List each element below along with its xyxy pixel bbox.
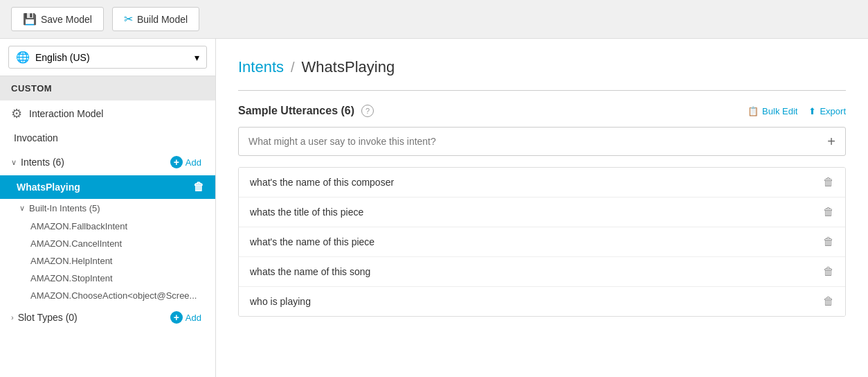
gear-icon: ⚙ xyxy=(11,106,22,121)
breadcrumb-current: WhatsPlaying xyxy=(302,58,395,76)
breadcrumb-divider xyxy=(238,90,846,91)
add-intent-button[interactable]: + Add xyxy=(168,155,204,170)
section-title-row: Sample Utterances (6) ? 📋 Bulk Edit ⬆ Ex… xyxy=(238,105,846,117)
bulk-edit-label: Bulk Edit xyxy=(762,106,797,116)
bulk-edit-icon: 📋 xyxy=(748,106,759,116)
export-button[interactable]: ⬆ Export xyxy=(808,106,846,116)
delete-utterance-icon[interactable]: 🗑 xyxy=(823,176,834,188)
build-model-label: Build Model xyxy=(137,14,188,25)
language-selector[interactable]: 🌐 English (US) ▾ xyxy=(0,39,215,76)
slot-types-label: Slot Types (0) xyxy=(18,312,78,323)
chevron-expand-icon: ∨ xyxy=(19,204,25,213)
section-title-right: 📋 Bulk Edit ⬆ Export xyxy=(748,106,846,116)
delete-intent-icon[interactable]: 🗑 xyxy=(193,181,204,193)
built-in-intents-label: Built-In Intents (5) xyxy=(29,203,100,213)
save-model-button[interactable]: 💾 Save Model xyxy=(11,7,104,31)
invocation-label: Invocation xyxy=(14,132,58,143)
utterance-input-row[interactable]: + xyxy=(238,127,846,156)
custom-section-header: CUSTOM xyxy=(0,76,215,100)
chevron-slot-icon: › xyxy=(11,313,14,322)
utterance-row: who is playing🗑 xyxy=(239,287,845,316)
language-dropdown[interactable]: 🌐 English (US) ▾ xyxy=(8,46,207,69)
breadcrumb-intents-link[interactable]: Intents xyxy=(238,58,284,76)
built-in-intents-header[interactable]: ∨ Built-In Intents (5) xyxy=(6,199,215,218)
delete-utterance-icon[interactable]: 🗑 xyxy=(823,236,834,248)
intents-label: Intents (6) xyxy=(21,157,64,168)
sidebar-slot-types-row[interactable]: › Slot Types (0) + Add xyxy=(0,304,215,331)
built-in-intent-item[interactable]: AMAZON.HelpIntent xyxy=(6,252,215,270)
add-intent-circle-icon: + xyxy=(170,156,183,168)
built-in-intent-item[interactable]: AMAZON.CancelIntent xyxy=(6,235,215,252)
interaction-model-label: Interaction Model xyxy=(29,108,103,119)
whatsplaying-label: WhatsPlaying xyxy=(17,182,80,193)
add-intent-label: Add xyxy=(186,157,201,168)
add-utterance-button[interactable]: + xyxy=(827,134,835,148)
add-slot-type-button[interactable]: + Add xyxy=(168,310,204,325)
utterance-text: who is playing xyxy=(250,296,311,307)
add-slot-label: Add xyxy=(186,313,201,323)
chevron-collapse-icon: ∨ xyxy=(11,158,17,167)
globe-icon: 🌐 xyxy=(16,51,30,64)
help-icon[interactable]: ? xyxy=(361,105,374,117)
built-in-intents-list: AMAZON.FallbackIntentAMAZON.CancelIntent… xyxy=(6,218,215,304)
sidebar-item-invocation[interactable]: Invocation xyxy=(0,127,215,149)
utterance-row: whats the name of this song🗑 xyxy=(239,257,845,287)
utterance-row: what's the name of this piece🗑 xyxy=(239,227,845,257)
sidebar-item-whatsplaying[interactable]: WhatsPlaying 🗑 xyxy=(0,175,215,199)
language-value: English (US) xyxy=(35,52,90,63)
utterance-text: whats the name of this song xyxy=(250,266,370,277)
utterance-text: what's the name of this piece xyxy=(250,236,374,247)
built-in-intents-section: ∨ Built-In Intents (5) AMAZON.FallbackIn… xyxy=(0,199,215,304)
built-in-intent-item[interactable]: AMAZON.StopIntent xyxy=(6,270,215,287)
chevron-down-icon: ▾ xyxy=(195,52,199,63)
utterance-input[interactable] xyxy=(248,136,827,147)
utterance-row: whats the title of this piece🗑 xyxy=(239,198,845,227)
question-mark: ? xyxy=(365,107,370,115)
save-model-label: Save Model xyxy=(41,14,92,25)
sidebar-intents-row[interactable]: ∨ Intents (6) + Add xyxy=(0,149,215,175)
sidebar: 🌐 English (US) ▾ CUSTOM ⚙ Interaction Mo… xyxy=(0,39,216,377)
build-model-button[interactable]: ✂ Build Model xyxy=(112,7,199,31)
toolbar: 💾 Save Model ✂ Build Model xyxy=(0,0,868,39)
delete-utterance-icon[interactable]: 🗑 xyxy=(823,206,834,218)
utterance-text: whats the title of this piece xyxy=(250,207,363,218)
delete-utterance-icon[interactable]: 🗑 xyxy=(823,265,834,278)
utterance-text: what's the name of this composer xyxy=(250,177,394,188)
bulk-edit-button[interactable]: 📋 Bulk Edit xyxy=(748,106,797,116)
breadcrumb: Intents / WhatsPlaying xyxy=(238,58,846,76)
section-title-left: Sample Utterances (6) ? xyxy=(238,105,374,117)
delete-utterance-icon[interactable]: 🗑 xyxy=(823,295,834,308)
utterance-row: what's the name of this composer🗑 xyxy=(239,168,845,198)
sidebar-item-interaction-model[interactable]: ⚙ Interaction Model xyxy=(0,100,215,127)
build-icon: ✂ xyxy=(124,12,133,26)
section-title: Sample Utterances (6) xyxy=(238,105,354,117)
export-icon: ⬆ xyxy=(808,106,816,116)
breadcrumb-separator: / xyxy=(291,60,295,76)
built-in-intent-item[interactable]: AMAZON.FallbackIntent xyxy=(6,218,215,235)
save-icon: 💾 xyxy=(23,12,37,26)
add-slot-circle-icon: + xyxy=(170,311,183,324)
main-layout: 🌐 English (US) ▾ CUSTOM ⚙ Interaction Mo… xyxy=(0,39,868,377)
export-label: Export xyxy=(820,106,846,116)
content-area: Intents / WhatsPlaying Sample Utterances… xyxy=(216,39,868,377)
section-label: CUSTOM xyxy=(11,83,52,94)
built-in-intent-item[interactable]: AMAZON.ChooseAction<object@Scree... xyxy=(6,287,215,304)
utterance-list: what's the name of this composer🗑whats t… xyxy=(238,167,846,317)
